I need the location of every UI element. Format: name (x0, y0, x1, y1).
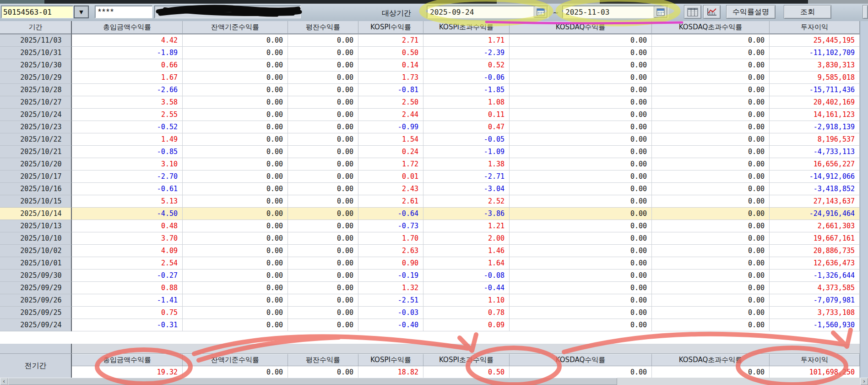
value-cell: 0.00 (652, 319, 770, 331)
value-cell: 0.00 (652, 59, 770, 72)
summary-value: 19.32 (72, 366, 183, 378)
value-cell: 14,161,123 (770, 109, 860, 121)
table-row[interactable]: 2025/10/16-0.610.000.002.43-3.040.000.00… (0, 183, 860, 195)
value-cell: 0.00 (288, 208, 358, 220)
value-cell: 1.70 (358, 232, 423, 245)
toolbar-edge (863, 5, 868, 19)
summary-column-header: KOSPI초과수익률 (423, 354, 510, 366)
value-cell: 0.09 (423, 319, 510, 331)
table-row[interactable]: 2025/10/221.490.000.001.54-0.050.000.008… (0, 133, 860, 146)
value-cell: 0.00 (510, 245, 652, 257)
column-header[interactable]: 총입금액수익률 (72, 21, 183, 34)
table-row[interactable]: 2025/10/17-2.700.000.000.01-2.710.000.00… (0, 170, 860, 183)
column-header[interactable]: KOSDAQ초과수익률 (652, 21, 770, 34)
value-cell: -0.03 (358, 307, 423, 319)
value-cell: 1.73 (358, 72, 423, 84)
value-cell: 0.88 (72, 282, 183, 294)
value-cell: 5.13 (72, 195, 183, 208)
value-cell: 8,196,537 (770, 133, 860, 146)
value-cell: 0.00 (288, 84, 358, 96)
value-cell: -1,326,644 (770, 270, 860, 282)
table-row[interactable]: 2025/10/31-1.890.000.000.50-2.390.000.00… (0, 47, 860, 59)
table-row[interactable]: 2025/10/012.540.000.000.901.640.000.0012… (0, 257, 860, 270)
date-cell: 2025/09/30 (0, 270, 72, 282)
value-cell: 2.43 (358, 183, 423, 195)
column-header[interactable]: KOSPI수익률 (358, 21, 423, 34)
table-row[interactable]: 2025/11/034.420.000.002.711.710.000.0025… (0, 34, 860, 47)
returns-description-button[interactable]: 수익률설명 (726, 5, 776, 19)
value-cell: 0.00 (183, 34, 288, 47)
column-header[interactable]: 잔액기준수익률 (183, 21, 288, 34)
grid-view-button[interactable] (684, 5, 701, 19)
date-to-field[interactable]: 2025-11-03 (562, 6, 668, 18)
value-cell: 1.21 (423, 220, 510, 232)
table-row[interactable]: 2025/09/24-0.310.000.00-0.400.090.000.00… (0, 319, 860, 331)
vertical-scrollbar[interactable] (860, 21, 868, 378)
value-cell: 0.90 (358, 257, 423, 270)
chart-view-button[interactable] (703, 5, 721, 19)
horizontal-scroll-thumb[interactable] (8, 378, 617, 385)
table-row[interactable]: 2025/10/203.100.000.001.721.380.000.0016… (0, 158, 860, 170)
table-row[interactable]: 2025/10/103.700.000.001.702.000.000.0019… (0, 232, 860, 245)
summary-value-row: 19.320.000.0018.820.500.000.00101,698,25… (72, 366, 860, 378)
value-cell: 0.00 (652, 307, 770, 319)
date-from-calendar-button[interactable] (534, 6, 548, 18)
value-cell: 0.00 (288, 183, 358, 195)
table-row[interactable]: 2025/09/250.750.000.00-0.030.780.000.003… (0, 307, 860, 319)
value-cell: 0.00 (288, 257, 358, 270)
date-cell: 2025/10/16 (0, 183, 72, 195)
table-row[interactable]: 2025/10/23-0.520.000.00-0.990.470.000.00… (0, 121, 860, 133)
value-cell: -2.39 (423, 47, 510, 59)
table-row[interactable]: 2025/10/28-2.660.000.00-0.81-1.850.000.0… (0, 84, 860, 96)
date-from-field[interactable]: 2025-09-24 (427, 6, 548, 18)
value-cell: -0.61 (72, 183, 183, 195)
value-cell: 0.00 (183, 245, 288, 257)
column-header[interactable]: KOSDAQ수익률 (510, 21, 652, 34)
value-cell: 4,373,585 (770, 282, 860, 294)
summary-header-row: 총입금액수익률잔액기준수익률평잔수익률KOSPI수익률KOSPI초과수익률KOS… (72, 354, 860, 366)
value-cell: 0.75 (72, 307, 183, 319)
column-header[interactable]: 기간 (0, 21, 72, 34)
value-cell: -0.40 (358, 319, 423, 331)
table-row[interactable]: 2025/10/14-4.500.000.00-0.64-3.860.000.0… (0, 208, 860, 220)
table-row[interactable]: 2025/10/242.550.000.002.440.110.000.0014… (0, 109, 860, 121)
table-row[interactable]: 2025/10/155.130.000.002.612.520.000.0027… (0, 195, 860, 208)
table-row[interactable]: 2025/10/273.580.000.002.501.080.000.0020… (0, 96, 860, 109)
date-cell: 2025/10/15 (0, 195, 72, 208)
value-cell: -2.51 (358, 294, 423, 307)
value-cell: 0.00 (652, 109, 770, 121)
table-row[interactable]: 2025/10/130.480.000.00-0.731.210.000.002… (0, 220, 860, 232)
query-button[interactable]: 조회 (784, 5, 831, 19)
password-input[interactable] (95, 6, 152, 18)
scroll-left-arrow[interactable]: ‹ (0, 378, 8, 385)
value-cell: -14,912,066 (770, 170, 860, 183)
table-row[interactable]: 2025/09/30-0.270.000.00-0.19-0.080.000.0… (0, 270, 860, 282)
value-cell: 0.66 (72, 59, 183, 72)
table-row[interactable]: 2025/09/26-1.410.000.00-2.511.100.000.00… (0, 294, 860, 307)
column-header[interactable]: 평잔수익률 (288, 21, 358, 34)
table-row[interactable]: 2025/10/291.670.000.001.73-0.060.000.009… (0, 72, 860, 84)
value-cell: 0.00 (288, 245, 358, 257)
account-dropdown-button[interactable]: ▼ (74, 6, 89, 18)
date-from-value[interactable]: 2025-09-24 (427, 8, 534, 16)
column-header[interactable]: KOSPI초과수익률 (423, 21, 510, 34)
date-to-calendar-button[interactable] (654, 6, 667, 18)
value-cell: 0.50 (358, 47, 423, 59)
line-chart-icon (706, 7, 717, 16)
table-row[interactable]: 2025/10/21-0.850.000.000.24-1.090.000.00… (0, 146, 860, 158)
value-cell: 2.55 (72, 109, 183, 121)
horizontal-scrollbar[interactable]: ‹ › (0, 378, 868, 385)
value-cell: 0.00 (183, 133, 288, 146)
value-cell: 0.00 (183, 232, 288, 245)
summary-value: 0.00 (652, 366, 770, 378)
date-cell: 2025/10/29 (0, 72, 72, 84)
value-cell: 0.00 (288, 220, 358, 232)
table-row[interactable]: 2025/09/290.880.000.001.32-0.440.000.004… (0, 282, 860, 294)
table-row[interactable]: 2025/10/300.660.000.000.140.520.000.003,… (0, 59, 860, 72)
scroll-right-arrow[interactable]: › (860, 378, 868, 385)
value-cell: 0.00 (183, 183, 288, 195)
date-to-value[interactable]: 2025-11-03 (563, 8, 654, 16)
table-row[interactable]: 2025/10/024.090.000.002.631.460.000.0020… (0, 245, 860, 257)
column-header[interactable]: 투자이익 (770, 21, 860, 34)
account-number-input[interactable] (1, 6, 73, 18)
